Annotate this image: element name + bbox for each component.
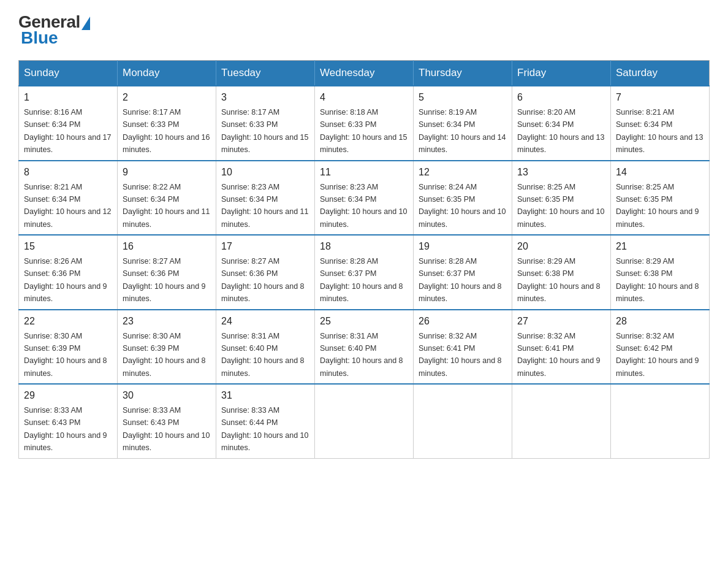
day-number: 27 bbox=[517, 314, 605, 329]
logo-blue-text: Blue bbox=[21, 28, 58, 48]
calendar-cell bbox=[611, 384, 710, 458]
calendar-table: SundayMondayTuesdayWednesdayThursdayFrid… bbox=[18, 60, 710, 459]
day-number: 19 bbox=[419, 239, 507, 254]
day-info: Sunrise: 8:27 AMSunset: 6:36 PMDaylight:… bbox=[123, 257, 206, 303]
day-info: Sunrise: 8:25 AMSunset: 6:35 PMDaylight:… bbox=[616, 183, 699, 229]
day-info: Sunrise: 8:26 AMSunset: 6:36 PMDaylight:… bbox=[24, 257, 107, 303]
day-info: Sunrise: 8:27 AMSunset: 6:36 PMDaylight:… bbox=[221, 257, 305, 303]
day-number: 24 bbox=[221, 314, 309, 329]
weekday-header-wednesday: Wednesday bbox=[315, 61, 414, 86]
day-info: Sunrise: 8:23 AMSunset: 6:34 PMDaylight:… bbox=[320, 183, 407, 229]
calendar-cell: 24 Sunrise: 8:31 AMSunset: 6:40 PMDaylig… bbox=[216, 310, 315, 385]
calendar-cell: 17 Sunrise: 8:27 AMSunset: 6:36 PMDaylig… bbox=[216, 235, 315, 310]
day-info: Sunrise: 8:22 AMSunset: 6:34 PMDaylight:… bbox=[123, 183, 210, 229]
day-number: 23 bbox=[123, 314, 211, 329]
day-number: 1 bbox=[24, 90, 112, 105]
calendar-week-5: 29 Sunrise: 8:33 AMSunset: 6:43 PMDaylig… bbox=[19, 384, 710, 458]
calendar-cell: 2 Sunrise: 8:17 AMSunset: 6:33 PMDayligh… bbox=[118, 86, 216, 161]
calendar-cell: 10 Sunrise: 8:23 AMSunset: 6:34 PMDaylig… bbox=[216, 161, 315, 236]
calendar-cell: 15 Sunrise: 8:26 AMSunset: 6:36 PMDaylig… bbox=[19, 235, 118, 310]
calendar-cell: 22 Sunrise: 8:30 AMSunset: 6:39 PMDaylig… bbox=[19, 310, 118, 385]
calendar-cell: 19 Sunrise: 8:28 AMSunset: 6:37 PMDaylig… bbox=[414, 235, 512, 310]
calendar-cell: 7 Sunrise: 8:21 AMSunset: 6:34 PMDayligh… bbox=[611, 86, 710, 161]
day-number: 11 bbox=[320, 165, 408, 180]
day-number: 3 bbox=[221, 90, 309, 105]
calendar-week-1: 1 Sunrise: 8:16 AMSunset: 6:34 PMDayligh… bbox=[19, 86, 710, 161]
day-info: Sunrise: 8:16 AMSunset: 6:34 PMDaylight:… bbox=[24, 108, 111, 154]
day-info: Sunrise: 8:24 AMSunset: 6:35 PMDaylight:… bbox=[419, 183, 506, 229]
weekday-header-thursday: Thursday bbox=[414, 61, 512, 86]
calendar-cell: 25 Sunrise: 8:31 AMSunset: 6:40 PMDaylig… bbox=[315, 310, 414, 385]
logo: General Blue bbox=[18, 12, 90, 48]
day-info: Sunrise: 8:25 AMSunset: 6:35 PMDaylight:… bbox=[517, 183, 604, 229]
day-info: Sunrise: 8:21 AMSunset: 6:34 PMDaylight:… bbox=[616, 108, 703, 154]
day-number: 13 bbox=[517, 165, 605, 180]
day-number: 5 bbox=[419, 90, 507, 105]
calendar-cell: 23 Sunrise: 8:30 AMSunset: 6:39 PMDaylig… bbox=[118, 310, 216, 385]
day-info: Sunrise: 8:33 AMSunset: 6:43 PMDaylight:… bbox=[123, 406, 210, 452]
calendar-cell: 12 Sunrise: 8:24 AMSunset: 6:35 PMDaylig… bbox=[414, 161, 512, 236]
day-info: Sunrise: 8:23 AMSunset: 6:34 PMDaylight:… bbox=[221, 183, 308, 229]
calendar-cell: 20 Sunrise: 8:29 AMSunset: 6:38 PMDaylig… bbox=[512, 235, 611, 310]
calendar-cell bbox=[512, 384, 611, 458]
calendar-cell: 14 Sunrise: 8:25 AMSunset: 6:35 PMDaylig… bbox=[611, 161, 710, 236]
day-number: 18 bbox=[320, 239, 408, 254]
weekday-header-monday: Monday bbox=[118, 61, 216, 86]
day-info: Sunrise: 8:17 AMSunset: 6:33 PMDaylight:… bbox=[123, 108, 210, 154]
day-info: Sunrise: 8:33 AMSunset: 6:44 PMDaylight:… bbox=[221, 406, 308, 452]
day-info: Sunrise: 8:30 AMSunset: 6:39 PMDaylight:… bbox=[123, 332, 206, 378]
calendar-cell bbox=[414, 384, 512, 458]
day-number: 21 bbox=[616, 239, 704, 254]
calendar-week-4: 22 Sunrise: 8:30 AMSunset: 6:39 PMDaylig… bbox=[19, 310, 710, 385]
weekday-header-tuesday: Tuesday bbox=[216, 61, 315, 86]
day-number: 29 bbox=[24, 388, 112, 403]
calendar-cell: 26 Sunrise: 8:32 AMSunset: 6:41 PMDaylig… bbox=[414, 310, 512, 385]
weekday-header-saturday: Saturday bbox=[611, 61, 710, 86]
day-info: Sunrise: 8:29 AMSunset: 6:38 PMDaylight:… bbox=[616, 257, 699, 303]
day-info: Sunrise: 8:32 AMSunset: 6:42 PMDaylight:… bbox=[616, 332, 699, 378]
day-number: 31 bbox=[221, 388, 309, 403]
day-info: Sunrise: 8:19 AMSunset: 6:34 PMDaylight:… bbox=[419, 108, 506, 154]
day-number: 6 bbox=[517, 90, 605, 105]
calendar-cell: 6 Sunrise: 8:20 AMSunset: 6:34 PMDayligh… bbox=[512, 86, 611, 161]
day-number: 15 bbox=[24, 239, 112, 254]
day-number: 17 bbox=[221, 239, 309, 254]
weekday-header-friday: Friday bbox=[512, 61, 611, 86]
calendar-cell: 27 Sunrise: 8:32 AMSunset: 6:41 PMDaylig… bbox=[512, 310, 611, 385]
calendar-cell: 21 Sunrise: 8:29 AMSunset: 6:38 PMDaylig… bbox=[611, 235, 710, 310]
day-number: 4 bbox=[320, 90, 408, 105]
day-info: Sunrise: 8:28 AMSunset: 6:37 PMDaylight:… bbox=[320, 257, 403, 303]
day-number: 28 bbox=[616, 314, 704, 329]
day-number: 8 bbox=[24, 165, 112, 180]
day-info: Sunrise: 8:18 AMSunset: 6:33 PMDaylight:… bbox=[320, 108, 407, 154]
day-number: 14 bbox=[616, 165, 704, 180]
calendar-cell: 13 Sunrise: 8:25 AMSunset: 6:35 PMDaylig… bbox=[512, 161, 611, 236]
day-info: Sunrise: 8:17 AMSunset: 6:33 PMDaylight:… bbox=[221, 108, 308, 154]
day-info: Sunrise: 8:31 AMSunset: 6:40 PMDaylight:… bbox=[221, 332, 305, 378]
day-info: Sunrise: 8:33 AMSunset: 6:43 PMDaylight:… bbox=[24, 406, 107, 452]
calendar-cell: 5 Sunrise: 8:19 AMSunset: 6:34 PMDayligh… bbox=[414, 86, 512, 161]
calendar-cell: 3 Sunrise: 8:17 AMSunset: 6:33 PMDayligh… bbox=[216, 86, 315, 161]
day-info: Sunrise: 8:21 AMSunset: 6:34 PMDaylight:… bbox=[24, 183, 111, 229]
day-info: Sunrise: 8:32 AMSunset: 6:41 PMDaylight:… bbox=[419, 332, 502, 378]
logo-triangle-icon bbox=[82, 17, 90, 30]
day-number: 25 bbox=[320, 314, 408, 329]
calendar-week-3: 15 Sunrise: 8:26 AMSunset: 6:36 PMDaylig… bbox=[19, 235, 710, 310]
calendar-cell: 1 Sunrise: 8:16 AMSunset: 6:34 PMDayligh… bbox=[19, 86, 118, 161]
weekday-header-sunday: Sunday bbox=[19, 61, 118, 86]
page-header: General Blue bbox=[18, 12, 710, 48]
day-info: Sunrise: 8:32 AMSunset: 6:41 PMDaylight:… bbox=[517, 332, 601, 378]
calendar-cell bbox=[315, 384, 414, 458]
calendar-cell: 9 Sunrise: 8:22 AMSunset: 6:34 PMDayligh… bbox=[118, 161, 216, 236]
calendar-cell: 31 Sunrise: 8:33 AMSunset: 6:44 PMDaylig… bbox=[216, 384, 315, 458]
day-number: 2 bbox=[123, 90, 211, 105]
calendar-cell: 11 Sunrise: 8:23 AMSunset: 6:34 PMDaylig… bbox=[315, 161, 414, 236]
calendar-cell: 29 Sunrise: 8:33 AMSunset: 6:43 PMDaylig… bbox=[19, 384, 118, 458]
calendar-cell: 18 Sunrise: 8:28 AMSunset: 6:37 PMDaylig… bbox=[315, 235, 414, 310]
day-number: 20 bbox=[517, 239, 605, 254]
day-number: 9 bbox=[123, 165, 211, 180]
weekday-header-row: SundayMondayTuesdayWednesdayThursdayFrid… bbox=[19, 61, 710, 86]
calendar-cell: 4 Sunrise: 8:18 AMSunset: 6:33 PMDayligh… bbox=[315, 86, 414, 161]
calendar-cell: 8 Sunrise: 8:21 AMSunset: 6:34 PMDayligh… bbox=[19, 161, 118, 236]
day-number: 12 bbox=[419, 165, 507, 180]
